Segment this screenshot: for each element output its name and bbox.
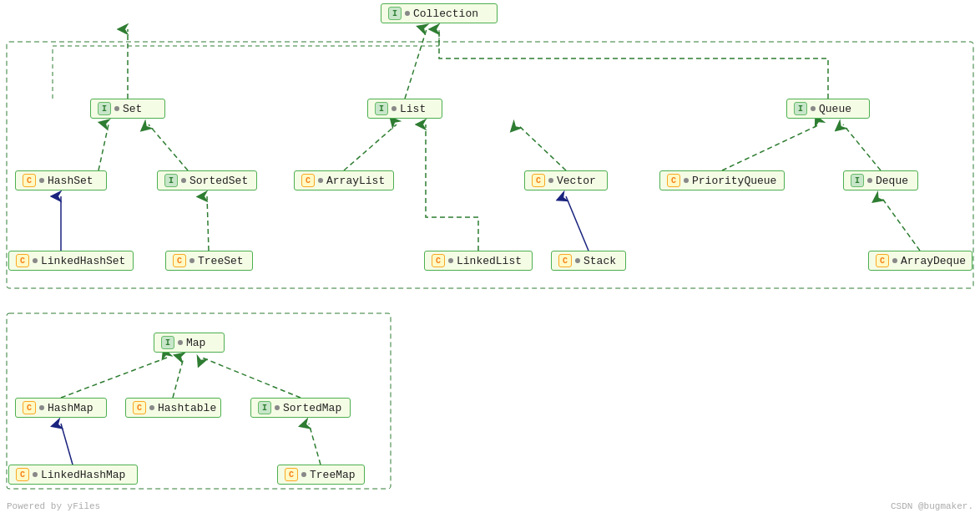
label-arraydeque: ArrayDeque <box>901 255 966 267</box>
dot-linkedhashset <box>33 258 38 263</box>
node-sortedset: I SortedSet <box>157 170 257 190</box>
node-linkedlist: C LinkedList <box>424 251 533 271</box>
badge-queue: I <box>794 102 807 115</box>
watermark-left: Powered by yFiles <box>7 501 100 511</box>
dot-hashmap <box>39 405 44 410</box>
badge-hashset: C <box>23 174 36 187</box>
node-arraylist: C ArrayList <box>294 170 394 190</box>
badge-priorityqueue: C <box>667 174 680 187</box>
node-linkedhashset: C LinkedHashSet <box>8 251 134 271</box>
svg-line-6 <box>99 124 109 170</box>
node-treeset: C TreeSet <box>165 251 253 271</box>
badge-linkedlist: C <box>432 254 445 267</box>
badge-hashtable: C <box>133 401 146 414</box>
node-stack: C Stack <box>551 251 626 271</box>
label-sortedmap: SortedMap <box>283 402 341 414</box>
badge-list: I <box>375 102 388 115</box>
svg-line-19 <box>61 424 73 465</box>
label-linkedhashmap: LinkedHashMap <box>41 469 125 481</box>
dot-set <box>114 106 119 111</box>
badge-collection: I <box>388 7 402 20</box>
dot-priorityqueue <box>684 178 689 183</box>
label-hashset: HashSet <box>48 175 93 187</box>
label-arraylist: ArrayList <box>326 175 385 187</box>
label-treeset: TreeSet <box>198 255 244 267</box>
badge-treeset: C <box>173 254 186 267</box>
label-stack: Stack <box>583 255 616 267</box>
node-queue: I Queue <box>786 99 870 119</box>
node-deque: I Deque <box>843 170 918 190</box>
label-treemap: TreeMap <box>310 469 356 481</box>
node-treemap: C TreeMap <box>277 465 365 485</box>
dot-linkedlist <box>448 258 453 263</box>
badge-hashmap: C <box>23 401 36 414</box>
dot-arraylist <box>318 178 323 183</box>
dot-arraydeque <box>892 258 897 263</box>
badge-map: I <box>161 336 174 349</box>
label-queue: Queue <box>819 103 851 115</box>
svg-line-12 <box>207 196 209 251</box>
dot-list <box>391 106 397 111</box>
dot-treeset <box>189 258 194 263</box>
svg-line-9 <box>722 124 820 170</box>
label-list: List <box>400 103 426 115</box>
node-sortedmap: I SortedMap <box>250 398 351 418</box>
label-hashtable: Hashtable <box>158 402 216 414</box>
badge-arraylist: C <box>301 174 315 187</box>
label-vector: Vector <box>557 175 596 187</box>
dot-queue <box>811 106 816 111</box>
svg-line-7 <box>149 124 188 170</box>
node-priorityqueue: C PriorityQueue <box>659 170 785 190</box>
dot-map <box>178 340 183 345</box>
badge-sortedset: I <box>164 174 178 187</box>
node-list: I List <box>367 99 442 119</box>
svg-line-18 <box>202 358 301 398</box>
dot-treemap <box>301 472 306 477</box>
badge-vector: C <box>532 174 545 187</box>
svg-line-13 <box>566 196 589 251</box>
dot-stack <box>575 258 580 263</box>
node-map: I Map <box>154 333 225 353</box>
svg-line-16 <box>61 358 167 398</box>
label-sortedset: SortedSet <box>189 175 248 187</box>
svg-line-14 <box>881 196 920 251</box>
badge-set: I <box>98 102 111 115</box>
label-map: Map <box>186 337 205 349</box>
badge-treemap: C <box>285 468 298 481</box>
dot-hashset <box>39 178 44 183</box>
dot-vector <box>548 178 553 183</box>
dot-deque <box>867 178 872 183</box>
dot-sortedset <box>181 178 186 183</box>
dot-hashtable <box>149 405 154 410</box>
svg-line-8 <box>344 124 397 170</box>
dot-linkedhashmap <box>33 472 38 477</box>
badge-sortedmap: I <box>258 401 271 414</box>
node-hashtable: C Hashtable <box>125 398 221 418</box>
badge-stack: C <box>558 254 572 267</box>
label-priorityqueue: PriorityQueue <box>692 175 776 187</box>
label-collection: Collection <box>413 8 478 20</box>
watermark-right: CSDN @bugmaker. <box>891 501 973 511</box>
label-set: Set <box>123 103 142 115</box>
badge-arraydeque: C <box>876 254 889 267</box>
dot-sortedmap <box>275 405 280 410</box>
label-linkedlist: LinkedList <box>457 255 522 267</box>
svg-line-17 <box>173 358 184 398</box>
node-set: I Set <box>90 99 165 119</box>
node-hashmap: C HashMap <box>15 398 107 418</box>
node-hashset: C HashSet <box>15 170 107 190</box>
label-linkedhashset: LinkedHashSet <box>41 255 125 267</box>
svg-line-10 <box>843 124 881 170</box>
label-deque: Deque <box>876 175 908 187</box>
badge-deque: I <box>851 174 864 187</box>
node-linkedhashmap: C LinkedHashMap <box>8 465 138 485</box>
dot-collection <box>405 11 410 16</box>
badge-linkedhashset: C <box>16 254 29 267</box>
label-hashmap: HashMap <box>48 402 93 414</box>
diagram-container: I Collection I Set I List I Queue C Hash… <box>0 0 980 518</box>
node-arraydeque: C ArrayDeque <box>868 251 972 271</box>
svg-line-20 <box>309 424 321 465</box>
node-collection: I Collection <box>381 3 498 23</box>
svg-line-5 <box>405 29 427 99</box>
badge-linkedhashmap: C <box>16 468 29 481</box>
